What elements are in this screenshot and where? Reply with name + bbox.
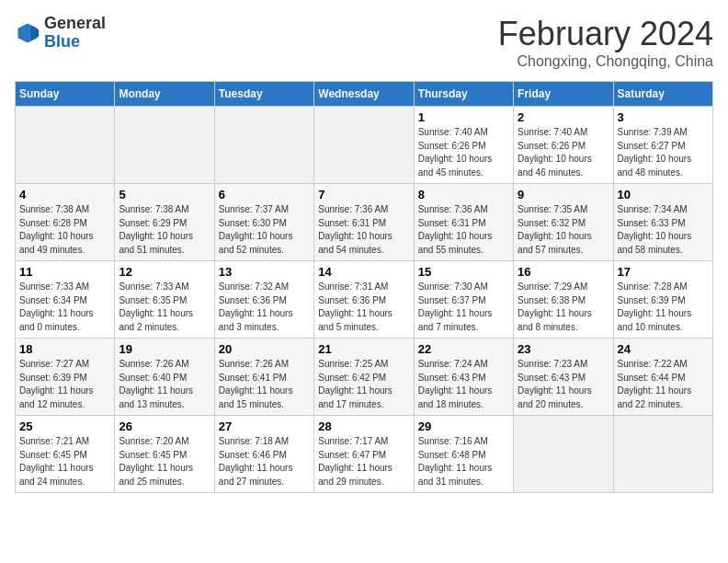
svg-marker-1 <box>31 25 40 41</box>
day-number: 26 <box>119 419 210 433</box>
day-info: Sunrise: 7:33 AMSunset: 6:35 PMDaylight:… <box>119 281 210 334</box>
day-number: 12 <box>119 265 210 279</box>
day-number: 25 <box>19 419 110 433</box>
day-info: Sunrise: 7:25 AMSunset: 6:42 PMDaylight:… <box>318 358 409 411</box>
day-info: Sunrise: 7:35 AMSunset: 6:32 PMDaylight:… <box>518 203 609 257</box>
day-number: 1 <box>418 110 509 124</box>
calendar-cell: 9Sunrise: 7:35 AMSunset: 6:32 PMDaylight… <box>514 184 613 261</box>
month-title: February 2024 <box>498 15 713 53</box>
calendar-cell <box>314 107 414 184</box>
calendar-week-1: 1Sunrise: 7:40 AMSunset: 6:26 PMDaylight… <box>16 107 713 184</box>
day-number: 3 <box>618 110 709 124</box>
day-number: 4 <box>19 188 110 201</box>
day-info: Sunrise: 7:31 AMSunset: 6:36 PMDaylight:… <box>318 281 409 334</box>
day-info: Sunrise: 7:26 AMSunset: 6:40 PMDaylight:… <box>119 358 210 411</box>
day-info: Sunrise: 7:28 AMSunset: 6:39 PMDaylight:… <box>618 281 709 334</box>
day-number: 5 <box>119 188 210 201</box>
calendar-cell <box>613 416 712 493</box>
day-info: Sunrise: 7:38 AMSunset: 6:28 PMDaylight:… <box>19 203 110 257</box>
day-info: Sunrise: 7:30 AMSunset: 6:37 PMDaylight:… <box>418 281 509 334</box>
day-number: 20 <box>219 342 310 356</box>
calendar-cell: 14Sunrise: 7:31 AMSunset: 6:36 PMDayligh… <box>314 261 414 339</box>
calendar-cell: 3Sunrise: 7:39 AMSunset: 6:27 PMDaylight… <box>613 107 712 184</box>
title-block: February 2024 Chongxing, Chongqing, Chin… <box>498 15 713 70</box>
calendar-week-5: 25Sunrise: 7:21 AMSunset: 6:45 PMDayligh… <box>16 416 713 493</box>
day-number: 13 <box>219 265 310 279</box>
calendar-cell: 7Sunrise: 7:36 AMSunset: 6:31 PMDaylight… <box>314 184 414 261</box>
weekday-header-row: SundayMondayTuesdayWednesdayThursdayFrid… <box>16 82 713 107</box>
calendar-cell: 13Sunrise: 7:32 AMSunset: 6:36 PMDayligh… <box>214 261 313 339</box>
day-info: Sunrise: 7:27 AMSunset: 6:39 PMDaylight:… <box>19 358 110 411</box>
calendar-cell: 28Sunrise: 7:17 AMSunset: 6:47 PMDayligh… <box>314 416 414 493</box>
weekday-header-saturday: Saturday <box>613 82 712 107</box>
calendar-cell <box>514 416 613 493</box>
calendar-cell: 20Sunrise: 7:26 AMSunset: 6:41 PMDayligh… <box>214 339 313 416</box>
calendar-cell <box>16 107 115 184</box>
day-info: Sunrise: 7:16 AMSunset: 6:48 PMDaylight:… <box>418 435 509 488</box>
weekday-header-wednesday: Wednesday <box>314 82 414 107</box>
day-info: Sunrise: 7:40 AMSunset: 6:26 PMDaylight:… <box>418 126 509 179</box>
day-number: 14 <box>318 265 409 279</box>
day-info: Sunrise: 7:26 AMSunset: 6:41 PMDaylight:… <box>219 358 310 411</box>
day-info: Sunrise: 7:38 AMSunset: 6:29 PMDaylight:… <box>119 203 210 257</box>
calendar-cell: 2Sunrise: 7:40 AMSunset: 6:26 PMDaylight… <box>514 107 613 184</box>
calendar-cell: 6Sunrise: 7:37 AMSunset: 6:30 PMDaylight… <box>214 184 313 261</box>
weekday-header-tuesday: Tuesday <box>214 82 313 107</box>
day-number: 17 <box>618 265 709 279</box>
weekday-header-sunday: Sunday <box>16 82 115 107</box>
day-info: Sunrise: 7:36 AMSunset: 6:31 PMDaylight:… <box>318 203 409 257</box>
calendar-cell: 12Sunrise: 7:33 AMSunset: 6:35 PMDayligh… <box>115 261 214 339</box>
day-number: 19 <box>119 342 210 356</box>
day-info: Sunrise: 7:18 AMSunset: 6:46 PMDaylight:… <box>219 435 310 488</box>
day-number: 27 <box>219 419 310 433</box>
day-number: 9 <box>518 188 609 201</box>
calendar-cell: 17Sunrise: 7:28 AMSunset: 6:39 PMDayligh… <box>613 261 712 339</box>
day-info: Sunrise: 7:24 AMSunset: 6:43 PMDaylight:… <box>418 358 509 411</box>
calendar-cell: 19Sunrise: 7:26 AMSunset: 6:40 PMDayligh… <box>115 339 214 416</box>
calendar-cell: 11Sunrise: 7:33 AMSunset: 6:34 PMDayligh… <box>16 261 115 339</box>
day-info: Sunrise: 7:39 AMSunset: 6:27 PMDaylight:… <box>618 126 709 179</box>
calendar-cell: 18Sunrise: 7:27 AMSunset: 6:39 PMDayligh… <box>16 339 115 416</box>
calendar-cell: 5Sunrise: 7:38 AMSunset: 6:29 PMDaylight… <box>115 184 214 261</box>
day-number: 11 <box>19 265 110 279</box>
calendar-cell: 25Sunrise: 7:21 AMSunset: 6:45 PMDayligh… <box>16 416 115 493</box>
day-info: Sunrise: 7:40 AMSunset: 6:26 PMDaylight:… <box>518 126 609 179</box>
calendar-cell: 26Sunrise: 7:20 AMSunset: 6:45 PMDayligh… <box>115 416 214 493</box>
day-number: 28 <box>318 419 409 433</box>
day-info: Sunrise: 7:36 AMSunset: 6:31 PMDaylight:… <box>418 203 509 257</box>
calendar-cell: 24Sunrise: 7:22 AMSunset: 6:44 PMDayligh… <box>613 339 712 416</box>
calendar-cell: 15Sunrise: 7:30 AMSunset: 6:37 PMDayligh… <box>414 261 513 339</box>
day-number: 2 <box>518 110 609 124</box>
calendar-cell: 27Sunrise: 7:18 AMSunset: 6:46 PMDayligh… <box>214 416 313 493</box>
day-number: 23 <box>518 342 609 356</box>
calendar-week-2: 4Sunrise: 7:38 AMSunset: 6:28 PMDaylight… <box>16 184 713 261</box>
day-number: 16 <box>518 265 609 279</box>
calendar-cell: 21Sunrise: 7:25 AMSunset: 6:42 PMDayligh… <box>314 339 414 416</box>
day-info: Sunrise: 7:17 AMSunset: 6:47 PMDaylight:… <box>318 435 409 488</box>
day-number: 18 <box>19 342 110 356</box>
weekday-header-friday: Friday <box>514 82 613 107</box>
day-number: 8 <box>418 188 509 201</box>
page-header: General Blue February 2024 Chongxing, Ch… <box>15 15 713 70</box>
day-number: 24 <box>618 342 709 356</box>
calendar-cell: 8Sunrise: 7:36 AMSunset: 6:31 PMDaylight… <box>414 184 513 261</box>
calendar-week-4: 18Sunrise: 7:27 AMSunset: 6:39 PMDayligh… <box>16 339 713 416</box>
logo: General Blue <box>15 15 106 52</box>
calendar-cell: 1Sunrise: 7:40 AMSunset: 6:26 PMDaylight… <box>414 107 513 184</box>
location-text: Chongxing, Chongqing, China <box>498 53 713 70</box>
day-number: 22 <box>418 342 509 356</box>
calendar-cell: 16Sunrise: 7:29 AMSunset: 6:38 PMDayligh… <box>514 261 613 339</box>
calendar-cell: 10Sunrise: 7:34 AMSunset: 6:33 PMDayligh… <box>613 184 712 261</box>
day-number: 6 <box>219 188 310 201</box>
calendar-cell: 4Sunrise: 7:38 AMSunset: 6:28 PMDaylight… <box>16 184 115 261</box>
day-info: Sunrise: 7:32 AMSunset: 6:36 PMDaylight:… <box>219 281 310 334</box>
day-info: Sunrise: 7:21 AMSunset: 6:45 PMDaylight:… <box>19 435 110 488</box>
day-info: Sunrise: 7:20 AMSunset: 6:45 PMDaylight:… <box>119 435 210 488</box>
day-number: 21 <box>318 342 409 356</box>
day-number: 15 <box>418 265 509 279</box>
day-info: Sunrise: 7:34 AMSunset: 6:33 PMDaylight:… <box>618 203 709 257</box>
calendar-cell: 23Sunrise: 7:23 AMSunset: 6:43 PMDayligh… <box>514 339 613 416</box>
calendar-table: SundayMondayTuesdayWednesdayThursdayFrid… <box>15 81 713 493</box>
weekday-header-thursday: Thursday <box>414 82 513 107</box>
logo-general-text: General <box>44 14 106 32</box>
